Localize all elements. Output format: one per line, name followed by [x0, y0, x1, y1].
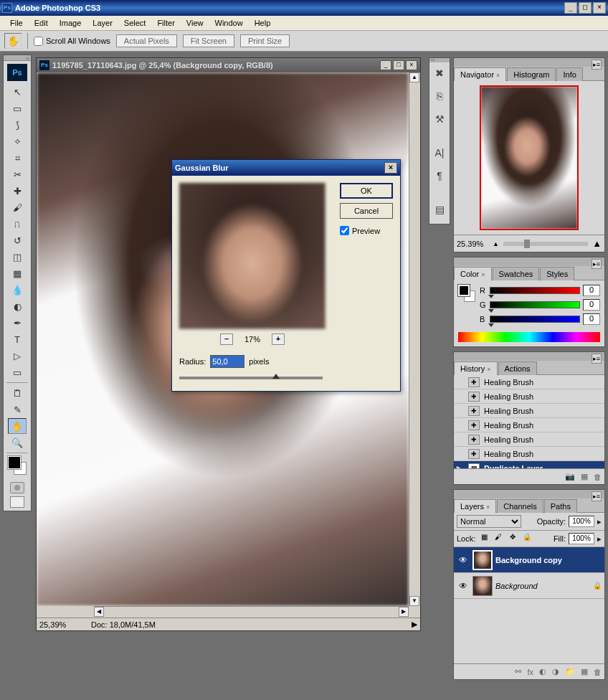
tab-channels[interactable]: Channels — [497, 499, 543, 513]
minimize-button[interactable]: _ — [564, 2, 577, 14]
history-list[interactable]: ✚Healing Brush ✚Healing Brush ✚Healing B… — [454, 375, 604, 468]
menu-file[interactable]: File — [4, 17, 29, 29]
stamp-tool[interactable]: ⎍ — [8, 216, 27, 232]
menu-help[interactable]: Help — [249, 17, 277, 29]
radius-input[interactable] — [210, 355, 244, 368]
zoom-in-button[interactable]: + — [272, 334, 285, 345]
layer-group-icon[interactable]: 📁 — [565, 667, 575, 676]
tool-presets-dock-icon[interactable]: ⚒ — [431, 110, 448, 128]
foreground-color[interactable] — [8, 456, 21, 469]
fill-value[interactable]: 100% — [569, 533, 594, 544]
palette-menu-icon[interactable]: ▸≡ — [592, 491, 602, 501]
marquee-tool[interactable]: ▭ — [8, 100, 27, 116]
scroll-left[interactable]: ◀ — [94, 607, 104, 617]
print-size-button[interactable]: Print Size — [240, 34, 290, 47]
navigator-zoom[interactable]: 25.39% — [457, 240, 488, 248]
menu-view[interactable]: View — [181, 17, 209, 29]
lock-transparent-icon[interactable]: ▦ — [478, 533, 490, 544]
menu-edit[interactable]: Edit — [29, 17, 54, 29]
scroll-up[interactable]: ▲ — [409, 72, 419, 82]
menu-image[interactable]: Image — [54, 17, 87, 29]
link-layers-icon[interactable]: ⚯ — [515, 667, 521, 676]
b-value[interactable]: 0 — [583, 313, 600, 325]
path-tool[interactable]: ▷ — [8, 348, 27, 364]
slice-tool[interactable]: ✂ — [8, 166, 27, 182]
gradient-tool[interactable]: ▦ — [8, 265, 27, 281]
scroll-all-checkbox[interactable]: Scroll All Windows — [34, 37, 110, 46]
hand-tool[interactable]: ✋ — [8, 418, 27, 434]
doc-minimize[interactable]: _ — [380, 60, 391, 70]
opacity-arrow[interactable]: ▸ — [597, 517, 602, 526]
color-fg[interactable] — [458, 285, 470, 296]
tab-color[interactable]: Color× — [454, 267, 492, 280]
scroll-all-input[interactable] — [34, 37, 43, 46]
delete-layer-icon[interactable]: 🗑 — [594, 668, 602, 676]
shape-tool[interactable]: ▭ — [8, 364, 27, 380]
quick-mask-toggle[interactable] — [10, 482, 24, 493]
menu-filter[interactable]: Filter — [151, 17, 180, 29]
healing-tool[interactable]: ✚ — [8, 183, 27, 199]
brushes-dock-icon[interactable]: ✖ — [431, 65, 448, 82]
b-slider[interactable] — [490, 316, 580, 323]
history-item[interactable]: ✚Healing Brush — [454, 432, 604, 447]
palette-collapse[interactable]: – × — [454, 257, 604, 266]
tab-paths[interactable]: Paths — [544, 499, 577, 513]
g-value[interactable]: 0 — [583, 299, 600, 311]
blur-tool[interactable]: 💧 — [8, 282, 27, 298]
opacity-value[interactable]: 100% — [569, 516, 594, 527]
zoom-out-button[interactable]: – — [220, 334, 233, 345]
visibility-icon[interactable]: 👁 — [457, 555, 470, 565]
layer-row[interactable]: 👁 Background 🔒 — [454, 573, 604, 599]
eraser-tool[interactable]: ◫ — [8, 249, 27, 265]
delete-state-icon[interactable]: 🗑 — [594, 473, 602, 481]
preview-check-input[interactable] — [340, 226, 349, 235]
move-tool[interactable]: ↖ — [8, 84, 27, 100]
new-state-icon[interactable]: ▦ — [581, 472, 588, 481]
screen-mode-button[interactable] — [10, 496, 24, 508]
crop-tool[interactable]: ⌗ — [8, 150, 27, 166]
tab-styles[interactable]: Styles — [540, 267, 574, 280]
paragraph-dock-icon[interactable]: ¶ — [431, 167, 448, 184]
radius-slider[interactable] — [179, 377, 323, 379]
zoom-tool[interactable]: 🔍 — [8, 435, 27, 450]
tab-histogram[interactable]: Histogram — [507, 67, 556, 81]
layer-style-icon[interactable]: fx — [527, 668, 533, 676]
color-swatch[interactable] — [6, 456, 28, 479]
brush-tool[interactable]: 🖌 — [8, 199, 27, 215]
visibility-icon[interactable]: 👁 — [457, 581, 470, 591]
fill-arrow[interactable]: ▸ — [597, 534, 602, 544]
maximize-button[interactable]: □ — [579, 2, 592, 14]
navigator-preview[interactable] — [480, 85, 579, 230]
lock-pixels-icon[interactable]: 🖌 — [493, 533, 504, 544]
palette-collapse[interactable]: – × — [454, 352, 604, 361]
tab-history[interactable]: History× — [454, 361, 498, 375]
blend-mode-select[interactable]: Normal — [457, 515, 521, 528]
ok-button[interactable]: OK — [340, 183, 393, 199]
layer-thumbnail[interactable] — [472, 550, 493, 570]
type-tool[interactable]: T — [8, 331, 27, 347]
layer-row[interactable]: 👁 Background copy — [454, 547, 604, 573]
document-titlebar[interactable]: Ps 1195785_17110643.jpg @ 25,4% (Backgro… — [37, 58, 420, 72]
lock-position-icon[interactable]: ✥ — [507, 533, 518, 544]
new-snapshot-icon[interactable]: 📷 — [565, 472, 575, 481]
character-dock-icon[interactable]: A| — [431, 144, 448, 161]
scroll-down[interactable]: ▼ — [409, 596, 419, 606]
adjustment-layer-icon[interactable]: ◑ — [552, 667, 559, 676]
r-slider[interactable] — [490, 287, 580, 294]
history-item[interactable]: ✚Healing Brush — [454, 375, 604, 389]
new-layer-icon[interactable]: ▦ — [581, 667, 588, 676]
palette-menu-icon[interactable]: ▸≡ — [592, 60, 602, 70]
blur-preview[interactable] — [179, 183, 326, 329]
layer-mask-icon[interactable]: ◐ — [539, 667, 546, 676]
history-brush-tool[interactable]: ↺ — [8, 232, 27, 248]
hand-tool-icon[interactable] — [4, 33, 22, 49]
actual-pixels-button[interactable]: Actual Pixels — [116, 34, 177, 47]
lasso-tool[interactable]: ⟆ — [8, 117, 27, 133]
tab-swatches[interactable]: Swatches — [493, 267, 540, 280]
zoom-in-icon[interactable]: ▲ — [592, 238, 602, 249]
navigator-slider[interactable] — [503, 242, 588, 246]
dock-collapse[interactable]: ‹‹ — [429, 58, 450, 62]
doc-maximize[interactable]: □ — [393, 60, 404, 70]
cancel-button[interactable]: Cancel — [340, 203, 393, 219]
dodge-tool[interactable]: ◐ — [8, 298, 27, 314]
